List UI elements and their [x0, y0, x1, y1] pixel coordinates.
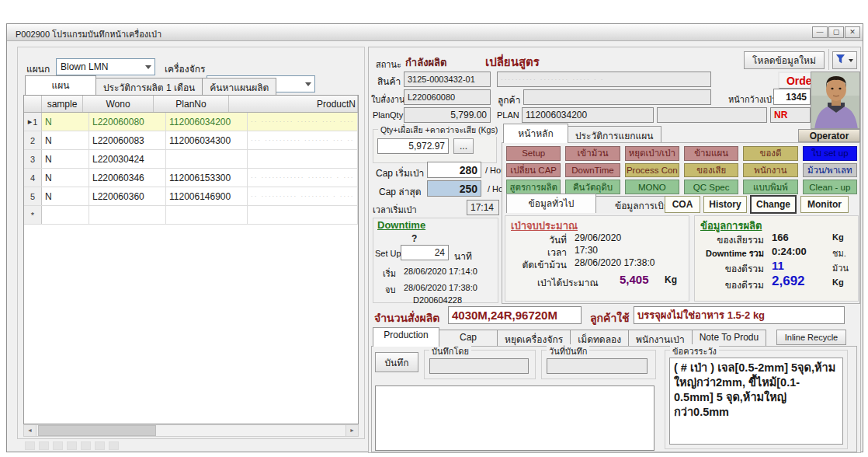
col-sample[interactable]: sample	[42, 96, 83, 112]
mono-button[interactable]: MONO	[625, 180, 679, 194]
cell-product[interactable]	[248, 206, 358, 224]
cell-planno[interactable]	[166, 206, 248, 224]
start-time-field[interactable]: 17:14	[467, 200, 499, 215]
cell-wono[interactable]	[89, 206, 166, 224]
job-no-field[interactable]: L220060080	[404, 89, 491, 105]
monitor-button[interactable]: Monitor	[800, 196, 849, 213]
change-cap-button[interactable]: เปลี่ยน CAP	[506, 163, 561, 178]
tab-split-history[interactable]: ประวัติการแยกแผน	[568, 126, 661, 143]
inline-recycle-button[interactable]: Inline Recycle	[776, 330, 846, 345]
customer-field[interactable]	[523, 89, 711, 105]
cell-planno[interactable]	[166, 150, 248, 168]
cell-sample[interactable]: N	[42, 169, 89, 187]
record-navigator[interactable]	[25, 441, 359, 450]
tab-search-plan[interactable]: ค้นหาแผนผลิต	[202, 78, 276, 95]
close-icon[interactable]: ✕	[845, 26, 860, 38]
cell-sample[interactable]: N	[42, 131, 89, 149]
table-row[interactable]: 3 N L220030424	[24, 150, 358, 169]
row-selector[interactable]: 5	[24, 187, 42, 205]
col-planno[interactable]: PlanNo	[154, 96, 229, 112]
print-form-button[interactable]: แบบพิมพ์	[743, 180, 797, 194]
col-wono[interactable]: Wono	[83, 96, 154, 112]
cell-sample[interactable]: N	[42, 113, 89, 131]
cell-wono[interactable]: L220030424	[89, 150, 166, 168]
table-row-new[interactable]: *	[24, 206, 358, 225]
reload-data-button[interactable]: โหลดข้อมูลใหม่	[744, 51, 825, 69]
clean-up-button[interactable]: Clean - up	[803, 180, 857, 194]
row-selector[interactable]: *	[24, 206, 42, 224]
customer-use-field[interactable]: บรรจุผงไม่ใช่อาหาร 1.5-2 kg	[634, 306, 845, 324]
nr-field[interactable]: NR	[770, 107, 811, 123]
row-selector[interactable]: ▸1	[24, 113, 42, 131]
setup-button[interactable]: Setup	[506, 146, 561, 161]
table-row[interactable]: 4 N L220060346 112006153300 ·· ·········…	[24, 169, 358, 187]
saved-date-field[interactable]	[547, 358, 648, 374]
stop-blow-button[interactable]: หยุดเป่า/เป่า	[625, 146, 679, 161]
col-product[interactable]: ProductN	[229, 96, 358, 112]
waste-button[interactable]: ของเสีย	[684, 163, 738, 178]
planqty-field[interactable]: 5,799.00	[404, 107, 491, 123]
grid-hscrollbar[interactable]: ◄ ►	[23, 424, 359, 437]
scroll-right-icon[interactable]: ►	[345, 425, 358, 436]
cell-product[interactable]: ·· ·········· ········ · ······	[248, 187, 358, 205]
tab-main[interactable]: หน้าหลัก	[503, 124, 568, 143]
order-qty-field[interactable]: 4030M,24R,96720M	[448, 306, 582, 324]
plan-no2-field[interactable]	[657, 107, 767, 123]
table-row[interactable]: ▸1 N L220060080 112006034200 ·· ········…	[24, 113, 358, 131]
roll-pallet-button[interactable]: ม้วน/พาเลท	[803, 163, 857, 178]
product-code-field[interactable]: 3125-0003432-01	[404, 72, 491, 87]
plan-no-field[interactable]: 112006034200	[522, 107, 654, 123]
downtime-button[interactable]: DownTime	[565, 163, 620, 178]
cell-planno[interactable]: 112006146900	[166, 187, 248, 205]
process-con-button[interactable]: Process Con	[625, 163, 679, 178]
filter-menu-button[interactable]	[832, 51, 857, 69]
row-selector[interactable]: 2	[24, 131, 42, 149]
cell-planno[interactable]: 112006153300	[166, 169, 248, 187]
coa-button[interactable]: COA	[665, 196, 700, 213]
cell-planno[interactable]: 112006034300	[166, 131, 248, 149]
skip-plan-button[interactable]: ข้ามแผน	[684, 146, 738, 161]
tab-general-info[interactable]: ข้อมูลทั่วไป	[506, 194, 596, 213]
saved-by-field[interactable]	[429, 358, 529, 374]
scroll-left-icon[interactable]: ◄	[24, 425, 36, 436]
cell-product[interactable]: ··· ·········· ······· ··· ·····	[248, 131, 358, 149]
restore-icon[interactable]: ▢	[828, 26, 844, 38]
row-selector[interactable]: 4	[24, 169, 42, 187]
cell-sample[interactable]: N	[42, 187, 89, 205]
cell-sample[interactable]	[42, 206, 89, 224]
blow-width-field[interactable]: 1345	[773, 89, 811, 105]
minimize-icon[interactable]: —	[812, 26, 828, 38]
table-row[interactable]: 5 N L220060360 112006146900 ·· ·········…	[24, 187, 358, 206]
staff-button[interactable]: พนักงาน	[743, 163, 797, 178]
cell-wono[interactable]: L220060080	[89, 113, 166, 131]
cap-start-field[interactable]: 280	[427, 162, 481, 178]
return-material-button[interactable]: คืนวัตถุดิบ	[565, 180, 620, 194]
good-qty-button[interactable]: ของดี	[743, 146, 797, 161]
history-button[interactable]: History	[703, 196, 747, 213]
more-button[interactable]: ...	[453, 138, 474, 154]
setup-sheet-button[interactable]: ใบ set up	[803, 146, 857, 161]
cell-wono[interactable]: L220060083	[89, 131, 166, 149]
product-name-field[interactable]: ·········· ········ ····· · ·	[497, 72, 711, 87]
note-field[interactable]	[375, 385, 654, 451]
setup-field[interactable]: 24	[401, 245, 449, 260]
cell-sample[interactable]: N	[42, 150, 89, 168]
row-selector[interactable]: 3	[24, 150, 42, 168]
scroll-thumb[interactable]	[38, 425, 156, 436]
cap-last-field[interactable]: 250	[427, 180, 481, 197]
save-button[interactable]: บันทึก	[375, 352, 418, 372]
cell-wono[interactable]: L220060360	[89, 187, 166, 205]
tab-history-1month[interactable]: ประวัติการผลิต 1 เดือน	[95, 78, 203, 95]
enter-roll-button[interactable]: เข้าม้วน	[565, 146, 620, 161]
cell-product[interactable]: ·· ········· ······ ···· ···· `	[248, 113, 358, 131]
change-button[interactable]: Change	[750, 195, 797, 214]
qc-spec-button[interactable]: QC Spec	[684, 180, 738, 194]
cell-wono[interactable]: L220060346	[89, 169, 166, 187]
tab-production[interactable]: Production	[373, 327, 439, 347]
table-row[interactable]: 2 N L220060083 112006034300 ··· ········…	[24, 131, 358, 150]
qty-field[interactable]: 5,972.97	[377, 138, 449, 154]
dept-select[interactable]: Blown LMN	[56, 58, 155, 75]
cell-planno[interactable]: 112006034200	[166, 113, 248, 131]
cell-product[interactable]: ·· ············ ······· · ······	[248, 169, 358, 187]
cell-product[interactable]	[248, 150, 358, 168]
